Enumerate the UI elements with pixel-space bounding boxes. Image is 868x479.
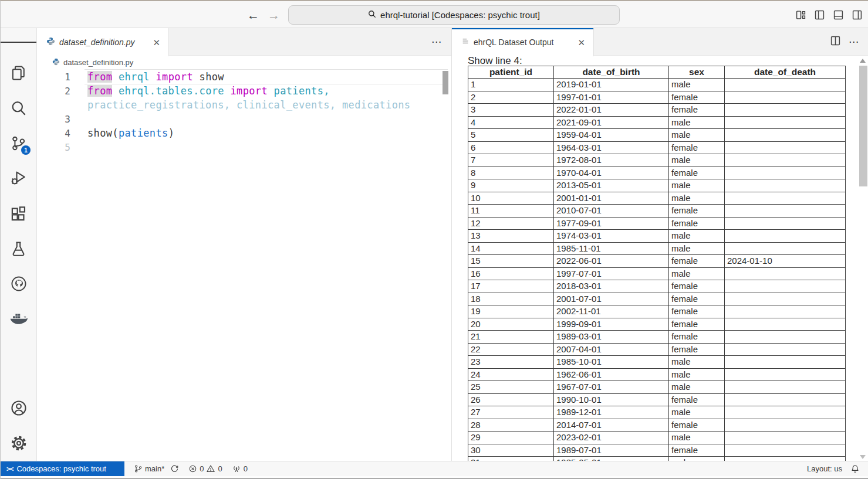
remote-indicator[interactable]: >< Codespaces: psychic trout bbox=[1, 461, 124, 476]
accounts-icon[interactable] bbox=[1, 395, 36, 421]
close-tab-icon[interactable]: ✕ bbox=[575, 37, 587, 48]
table-cell: female bbox=[669, 293, 725, 305]
search-sidebar-icon[interactable] bbox=[1, 95, 36, 121]
code-editor[interactable]: 1from ehrql import show2from ehrql.table… bbox=[37, 69, 451, 154]
table-cell: 27 bbox=[468, 406, 554, 419]
table-row: 131974-03-01male bbox=[468, 230, 846, 243]
table-cell: female bbox=[669, 141, 725, 154]
table-row: 241962-06-01male bbox=[468, 368, 846, 381]
table-row: 182001-07-01female bbox=[468, 293, 846, 305]
activity-bar: 1 bbox=[1, 28, 37, 461]
code-line[interactable]: 1from ehrql import show bbox=[37, 70, 451, 84]
source-control-icon[interactable]: 1 bbox=[1, 130, 36, 156]
github-icon[interactable] bbox=[1, 271, 36, 297]
table-cell: 1989-07-01 bbox=[554, 444, 669, 457]
table-cell: 1989-03-01 bbox=[554, 331, 669, 344]
scm-badge: 1 bbox=[21, 145, 31, 155]
run-debug-icon[interactable] bbox=[1, 165, 36, 191]
table-row: 192002-11-01female bbox=[468, 305, 846, 318]
customize-layout-icon[interactable] bbox=[796, 10, 806, 20]
table-cell: 2023-02-01 bbox=[554, 432, 669, 444]
output-more-actions-icon[interactable]: ⋯ bbox=[849, 36, 859, 48]
table-cell: 21 bbox=[468, 331, 554, 344]
table-cell: 1999-09-01 bbox=[554, 318, 669, 331]
table-cell: 15 bbox=[468, 255, 554, 268]
table-cell bbox=[725, 79, 846, 91]
search-icon bbox=[368, 10, 376, 20]
table-cell: 1972-08-01 bbox=[554, 154, 669, 167]
warnings-count: 0 bbox=[218, 464, 222, 473]
problems-status[interactable]: 0 0 bbox=[188, 464, 222, 473]
table-cell: female bbox=[669, 280, 725, 293]
table-cell: 16 bbox=[468, 267, 554, 280]
table-cell bbox=[725, 205, 846, 218]
testing-beaker-icon[interactable] bbox=[1, 236, 36, 261]
editor-more-actions-icon[interactable]: ⋯ bbox=[431, 36, 442, 48]
remote-icon: >< bbox=[6, 465, 12, 473]
table-cell: male bbox=[669, 79, 725, 91]
table-cell: 2 bbox=[468, 91, 554, 104]
ports-status[interactable]: 0 bbox=[232, 464, 248, 473]
docker-icon[interactable] bbox=[1, 306, 36, 332]
code-line[interactable]: 3 bbox=[37, 112, 451, 126]
table-cell: 2024-01-10 bbox=[725, 255, 846, 268]
table-row: 172018-03-01female bbox=[468, 280, 846, 293]
table-cell: male bbox=[669, 368, 725, 381]
split-editor-icon[interactable] bbox=[830, 36, 840, 48]
table-row: 292023-02-01male bbox=[468, 432, 846, 444]
table-cell: 2018-03-01 bbox=[554, 280, 669, 293]
code-line[interactable]: 5 bbox=[37, 140, 451, 154]
table-cell: 2001-07-01 bbox=[554, 293, 669, 305]
table-cell: 2021-09-01 bbox=[554, 116, 669, 129]
tab-ehrql-dataset-output[interactable]: ehrQL Dataset Output ✕ bbox=[452, 28, 594, 56]
table-cell: 3 bbox=[468, 104, 554, 117]
close-tab-icon[interactable]: ✕ bbox=[150, 37, 163, 48]
toggle-secondary-sidebar-icon[interactable] bbox=[852, 10, 862, 20]
notifications-bell-icon[interactable] bbox=[850, 464, 860, 474]
table-cell: male bbox=[669, 192, 725, 205]
table-row: 71972-08-01male bbox=[468, 154, 846, 167]
output-heading: Show line 4: bbox=[468, 56, 868, 66]
table-row: 112010-07-01female bbox=[468, 205, 846, 218]
table-cell: 13 bbox=[468, 230, 554, 243]
forward-arrow-icon[interactable]: → bbox=[268, 9, 280, 21]
table-cell: 10 bbox=[468, 192, 554, 205]
breadcrumb[interactable]: dataset_definition.py bbox=[37, 56, 451, 69]
scroll-up-arrow-icon[interactable] bbox=[860, 59, 866, 63]
table-cell bbox=[725, 419, 846, 432]
toggle-panel-icon[interactable] bbox=[833, 10, 843, 20]
menu-hamburger-icon[interactable] bbox=[1, 29, 36, 55]
table-row: 161997-07-01male bbox=[468, 267, 846, 280]
code-line[interactable]: 4show(patients) bbox=[37, 126, 451, 140]
code-line[interactable]: practice_registrations, clinical_events,… bbox=[37, 98, 451, 112]
table-cell bbox=[725, 179, 846, 192]
table-cell: 24 bbox=[468, 368, 554, 381]
webview-scrollbar-thumb[interactable] bbox=[859, 66, 867, 186]
toggle-primary-sidebar-icon[interactable] bbox=[815, 10, 825, 20]
warnings-icon bbox=[206, 464, 215, 473]
code-lines: 1from ehrql import show2from ehrql.table… bbox=[37, 70, 451, 154]
scroll-down-arrow-icon[interactable] bbox=[860, 455, 866, 459]
table-cell bbox=[725, 406, 846, 419]
back-arrow-icon[interactable]: ← bbox=[247, 9, 259, 21]
explorer-icon[interactable] bbox=[1, 60, 36, 86]
branch-status[interactable]: main* bbox=[134, 464, 179, 473]
table-cell: 2014-07-01 bbox=[554, 419, 669, 432]
table-cell: 2013-05-01 bbox=[554, 179, 669, 192]
table-cell bbox=[725, 293, 846, 305]
command-center-search[interactable]: ehrql-tutorial [Codespaces: psychic trou… bbox=[288, 5, 620, 25]
table-cell: female bbox=[669, 318, 725, 331]
layout-indicator[interactable]: Layout: us bbox=[807, 464, 842, 473]
table-cell: 18 bbox=[468, 293, 554, 305]
table-cell bbox=[725, 368, 846, 381]
table-cell: female bbox=[669, 343, 725, 356]
settings-gear-icon[interactable] bbox=[1, 430, 36, 456]
extensions-icon[interactable] bbox=[1, 201, 36, 226]
line-number: 2 bbox=[37, 86, 70, 97]
tab-dataset-definition[interactable]: dataset_definition.py ✕ bbox=[37, 28, 169, 56]
editor-scrollbar-thumb[interactable] bbox=[443, 71, 448, 94]
code-line[interactable]: 2from ehrql.tables.core import patients, bbox=[37, 84, 451, 98]
table-cell: 26 bbox=[468, 393, 554, 406]
table-cell: male bbox=[669, 381, 725, 394]
table-cell: male bbox=[669, 356, 725, 369]
